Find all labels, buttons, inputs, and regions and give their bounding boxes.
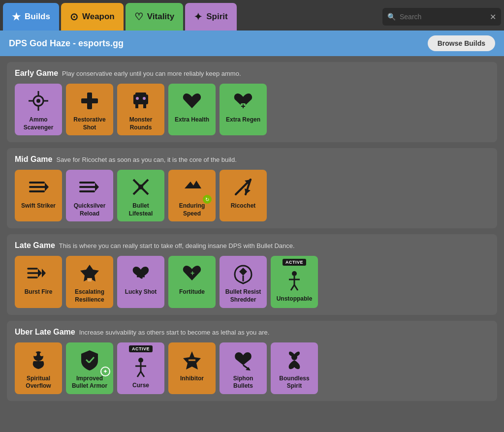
item-extra-regen[interactable]: Extra Regen: [220, 84, 267, 135]
ricochet-label: Ricochet: [231, 202, 256, 210]
siphon-bullets-icon: [230, 346, 256, 373]
browse-builds-button[interactable]: Browse Builds: [428, 35, 495, 51]
section-mid-game: Mid Game Save for Ricochet as soon as yo…: [7, 148, 497, 228]
bullet-resist-shredder-label: Bullet ResistShredder: [225, 288, 261, 304]
item-improved-bullet-armor[interactable]: ✦ ImprovedBullet Armor: [66, 342, 113, 394]
bullet-resist-shredder-icon: [230, 260, 256, 286]
item-fortitude[interactable]: + Fortitude: [168, 256, 216, 308]
tab-vitality[interactable]: ♡ Vitality: [126, 3, 183, 31]
inhibitor-icon: [179, 346, 205, 373]
ammo-scavenger-label: AmmoScavenger: [24, 116, 54, 131]
svg-point-43: [292, 271, 297, 276]
bullet-lifesteal-icon: [127, 174, 154, 200]
uber-late-game-items: SpiritualOverflow ✦ ImprovedBullet Armor…: [15, 342, 489, 394]
svg-line-57: [141, 371, 144, 377]
boundless-spirit-icon: [281, 346, 308, 373]
svg-line-47: [294, 285, 298, 290]
app-container: ★ Builds ⊙ Weapon ♡ Vitality ✦ Spirit 🔍 …: [0, 0, 504, 432]
section-uber-late-game-header: Uber Late Game Increase suvivability as …: [15, 328, 489, 337]
ammo-scavenger-icon: [25, 88, 52, 114]
svg-rect-9: [135, 104, 138, 108]
tab-vitality-label: Vitality: [147, 12, 174, 22]
burst-fire-icon: [25, 260, 52, 286]
item-unstoppable[interactable]: ACTIVE Unstoppable: [271, 256, 318, 308]
section-mid-game-header: Mid Game Save for Ricochet as soon as yo…: [15, 155, 489, 164]
tab-spirit[interactable]: ✦ Spirit: [185, 3, 236, 31]
header-bar: DPS God Haze - esports.gg Browse Builds: [0, 31, 504, 56]
ricochet-icon: [230, 174, 256, 200]
main-content: Early Game Play conservative early until…: [0, 56, 504, 432]
improved-bullet-armor-badge: ✦: [100, 367, 110, 376]
swift-striker-icon: [25, 174, 52, 200]
svg-marker-36: [42, 269, 46, 278]
extra-health-label: Extra Health: [175, 116, 209, 124]
enduring-speed-badge: ↻: [203, 195, 212, 204]
item-boundless-spirit[interactable]: BoundlessSpirit: [271, 342, 318, 394]
item-bullet-resist-shredder[interactable]: Bullet ResistShredder: [220, 256, 267, 308]
vitality-icon: ♡: [134, 11, 143, 23]
section-early-game-desc: Play conservative early until you can mo…: [62, 70, 241, 77]
early-game-items: AmmoScavenger RestorativeShot MonsterRou…: [15, 84, 489, 135]
section-early-game: Early Game Play conservative early until…: [7, 62, 497, 142]
search-box: 🔍 ✕: [382, 8, 501, 26]
curse-icon: [127, 353, 154, 380]
svg-rect-38: [88, 278, 92, 281]
item-quicksilver-reload[interactable]: QuicksilverReload: [66, 170, 113, 221]
section-uber-late-game: Uber Late Game Increase suvivability as …: [7, 321, 497, 401]
unstoppable-icon: [281, 267, 308, 293]
svg-line-56: [137, 371, 141, 377]
section-mid-game-title: Mid Game: [15, 155, 52, 164]
svg-point-49: [33, 352, 37, 356]
item-curse[interactable]: ACTIVE Curse: [117, 342, 164, 394]
late-game-items: Burst Fire EscalatingResilience Lucky Sh…: [15, 256, 489, 308]
svg-point-11: [136, 97, 139, 100]
escalating-resilience-label: EscalatingResilience: [75, 288, 104, 304]
enduring-speed-icon: [179, 174, 205, 200]
weapon-icon: ⊙: [70, 11, 78, 23]
siphon-bullets-label: SiphonBullets: [233, 375, 253, 390]
curse-active-badge: ACTIVE: [129, 345, 153, 352]
monster-rounds-icon: [127, 88, 154, 114]
item-spiritual-overflow[interactable]: SpiritualOverflow: [15, 342, 62, 394]
mid-game-items: Swift Striker QuicksilverReload BulletLi…: [15, 170, 489, 221]
section-late-game-header: Late Game This is where you can really s…: [15, 241, 489, 250]
swift-striker-label: Swift Striker: [21, 202, 56, 210]
item-bullet-lifesteal[interactable]: BulletLifesteal: [117, 170, 164, 221]
item-ricochet[interactable]: Ricochet: [220, 170, 267, 221]
item-restorative-shot[interactable]: RestorativeShot: [66, 84, 113, 135]
item-burst-fire[interactable]: Burst Fire: [15, 256, 62, 308]
inhibitor-label: Inhibitor: [180, 375, 204, 383]
bullet-lifesteal-label: BulletLifesteal: [129, 202, 153, 217]
search-input[interactable]: [400, 13, 486, 21]
unstoppable-active-badge: ACTIVE: [283, 259, 306, 266]
svg-point-50: [40, 352, 44, 356]
section-late-game-title: Late Game: [15, 241, 55, 250]
section-uber-late-game-title: Uber Late Game: [15, 328, 75, 337]
close-icon[interactable]: ✕: [490, 12, 496, 22]
section-late-game: Late Game This is where you can really s…: [7, 234, 497, 314]
burst-fire-label: Burst Fire: [25, 288, 53, 296]
section-early-game-title: Early Game: [15, 69, 58, 78]
fortitude-icon: +: [179, 260, 205, 286]
section-late-game-desc: This is where you can really start to ta…: [59, 242, 295, 249]
unstoppable-label: Unstoppable: [277, 295, 313, 303]
build-title: DPS God Haze - esports.gg: [9, 38, 124, 49]
item-ammo-scavenger[interactable]: AmmoScavenger: [15, 84, 62, 135]
svg-point-5: [36, 99, 40, 103]
item-escalating-resilience[interactable]: EscalatingResilience: [66, 256, 113, 308]
svg-line-46: [291, 285, 294, 290]
svg-point-53: [138, 358, 143, 363]
extra-regen-icon: [230, 88, 256, 114]
item-inhibitor[interactable]: Inhibitor: [168, 342, 216, 394]
tab-builds[interactable]: ★ Builds: [3, 3, 59, 31]
item-enduring-speed[interactable]: ↻ EnduringSpeed: [168, 170, 216, 221]
tab-weapon[interactable]: ⊙ Weapon: [61, 3, 124, 31]
section-early-game-header: Early Game Play conservative early until…: [15, 69, 489, 78]
item-lucky-shot[interactable]: Lucky Shot: [117, 256, 164, 308]
tab-builds-label: Builds: [25, 12, 50, 22]
item-extra-health[interactable]: Extra Health: [168, 84, 216, 135]
improved-bullet-armor-label: ImprovedBullet Armor: [72, 375, 107, 390]
item-swift-striker[interactable]: Swift Striker: [15, 170, 62, 221]
item-siphon-bullets[interactable]: SiphonBullets: [220, 342, 267, 394]
item-monster-rounds[interactable]: MonsterRounds: [117, 84, 164, 135]
